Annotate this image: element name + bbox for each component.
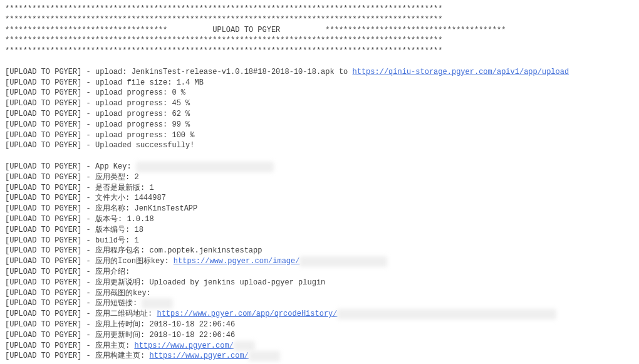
log-text: build号: 1 bbox=[95, 236, 139, 245]
redacted-build-home: . bbox=[249, 351, 280, 361]
qrcode-url-link[interactable]: https://www.pgyer.com/app/qrcodeHistory/ bbox=[157, 309, 337, 318]
log-text: 应用二维码地址: bbox=[95, 309, 157, 318]
log-text: upload progress: 99 % bbox=[95, 120, 190, 129]
log-text: 应用介绍: bbox=[95, 268, 130, 276]
log-text: upload: JenkinsTest-release-v1.0.18#18-2… bbox=[95, 68, 352, 76]
log-text: 应用类型: 2 bbox=[95, 173, 139, 182]
log-line: [UPLOAD TO PGYER] - 应用更新时间: 2018-10-18 2… bbox=[5, 330, 634, 341]
log-text: 版本编号: 18 bbox=[95, 226, 143, 234]
log-prefix: [UPLOAD TO PGYER] - bbox=[5, 99, 95, 108]
log-prefix: [UPLOAD TO PGYER] - bbox=[5, 309, 95, 318]
log-line: [UPLOAD TO PGYER] - upload: JenkinsTest-… bbox=[5, 67, 634, 78]
log-prefix: [UPLOAD TO PGYER] - bbox=[5, 131, 95, 140]
log-prefix: [UPLOAD TO PGYER] - bbox=[5, 236, 95, 245]
log-line: [UPLOAD TO PGYER] - upload progress: 100… bbox=[5, 130, 634, 141]
log-line: [UPLOAD TO PGYER] - 应用主页: https://www.pg… bbox=[5, 341, 634, 351]
banner-row: ****************************************… bbox=[5, 46, 634, 56]
log-line: [UPLOAD TO PGYER] - upload progress: 0 % bbox=[5, 88, 634, 98]
app-home-url-link[interactable]: https://www.pgyer.com/ bbox=[134, 341, 233, 350]
banner-stars-left: ************************************ bbox=[5, 26, 167, 34]
log-prefix: [UPLOAD TO PGYER] - bbox=[5, 257, 95, 266]
log-text: upload progress: 100 % bbox=[95, 131, 194, 140]
banner-title: UPLOAD TO PGYER bbox=[212, 26, 280, 34]
log-text: 应用的Icon图标key: bbox=[95, 257, 174, 266]
upload-url-link[interactable]: https://qiniu-storage.pgyer.com/apiv1/ap… bbox=[353, 68, 569, 76]
log-prefix: [UPLOAD TO PGYER] - bbox=[5, 299, 95, 308]
log-prefix: [UPLOAD TO PGYER] - bbox=[5, 78, 95, 87]
blank-line bbox=[5, 151, 634, 162]
log-prefix: [UPLOAD TO PGYER] - bbox=[5, 162, 95, 171]
log-line: [UPLOAD TO PGYER] - 是否是最新版: 1 bbox=[5, 183, 634, 194]
log-text: upload progress: 0 % bbox=[95, 88, 185, 97]
log-text: 应用上传时间: 2018-10-18 22:06:46 bbox=[95, 320, 235, 329]
log-text: upload progress: 62 % bbox=[95, 110, 190, 118]
log-text: 应用程序包名: com.poptek.jenkinstestapp bbox=[95, 246, 262, 255]
log-prefix: [UPLOAD TO PGYER] - bbox=[5, 141, 95, 150]
log-text: 应用更新时间: 2018-10-18 22:06:46 bbox=[95, 331, 235, 340]
build-home-url-link[interactable]: https://www.pgyer.com/ bbox=[149, 351, 248, 360]
log-prefix: [UPLOAD TO PGYER] - bbox=[5, 68, 95, 76]
log-prefix: [UPLOAD TO PGYER] - bbox=[5, 110, 95, 118]
log-text: Uploaded successfully! bbox=[95, 141, 194, 150]
log-text: 应用短链接: bbox=[95, 299, 142, 308]
log-line: [UPLOAD TO PGYER] - 应用的Icon图标key: https:… bbox=[5, 256, 634, 267]
redacted-app-home: . bbox=[234, 341, 255, 351]
log-text: 应用主页: bbox=[95, 341, 134, 350]
log-line: [UPLOAD TO PGYER] - App Key: . bbox=[5, 162, 634, 172]
log-text: App Key: bbox=[95, 162, 136, 171]
log-text: 应用更新说明: Uploaded by jenkins upload-pgyer… bbox=[95, 278, 325, 287]
log-prefix: [UPLOAD TO PGYER] - bbox=[5, 278, 95, 287]
log-line: [UPLOAD TO PGYER] - 应用上传时间: 2018-10-18 2… bbox=[5, 320, 634, 330]
log-prefix: [UPLOAD TO PGYER] - bbox=[5, 88, 95, 97]
log-line: [UPLOAD TO PGYER] - 应用名称: JenKinsTestAPP bbox=[5, 204, 634, 214]
log-line: [UPLOAD TO PGYER] - 应用短链接: . bbox=[5, 298, 634, 309]
redacted-icon-key: . bbox=[299, 256, 387, 267]
console-output: ****************************************… bbox=[0, 0, 639, 364]
log-line: [UPLOAD TO PGYER] - 应用程序包名: com.poptek.j… bbox=[5, 246, 634, 256]
log-line: [UPLOAD TO PGYER] - 应用类型: 2 bbox=[5, 172, 634, 183]
log-line: [UPLOAD TO PGYER] - 应用介绍: bbox=[5, 267, 634, 278]
log-line: [UPLOAD TO PGYER] - 应用二维码地址: https://www… bbox=[5, 309, 634, 320]
log-prefix: [UPLOAD TO PGYER] - bbox=[5, 351, 95, 360]
banner-row: ****************************************… bbox=[5, 14, 634, 25]
log-prefix: [UPLOAD TO PGYER] - bbox=[5, 246, 95, 255]
log-prefix: [UPLOAD TO PGYER] - bbox=[5, 215, 95, 224]
log-text: 是否是最新版: 1 bbox=[95, 184, 154, 192]
log-text: 应用构建主页: bbox=[95, 351, 149, 360]
blank-line bbox=[5, 56, 634, 67]
log-prefix: [UPLOAD TO PGYER] - bbox=[5, 204, 95, 213]
banner-row: ****************************************… bbox=[5, 35, 634, 46]
icon-url-link[interactable]: https://www.pgyer.com/image/ bbox=[174, 257, 300, 266]
log-prefix: [UPLOAD TO PGYER] - bbox=[5, 194, 95, 202]
log-prefix: [UPLOAD TO PGYER] - bbox=[5, 173, 95, 182]
banner-stars-right: **************************************** bbox=[325, 26, 506, 34]
banner-title-row: ************************************ UPL… bbox=[5, 25, 634, 36]
log-text: 版本号: 1.0.18 bbox=[95, 215, 154, 224]
log-line: [UPLOAD TO PGYER] - Uploaded successfull… bbox=[5, 140, 634, 151]
log-line: [UPLOAD TO PGYER] - 应用更新说明: Uploaded by … bbox=[5, 278, 634, 288]
log-prefix: [UPLOAD TO PGYER] - bbox=[5, 120, 95, 129]
log-prefix: [UPLOAD TO PGYER] - bbox=[5, 226, 95, 234]
log-text: 文件大小: 1444987 bbox=[95, 194, 166, 202]
log-line: [UPLOAD TO PGYER] - 版本编号: 18 bbox=[5, 225, 634, 236]
log-line: [UPLOAD TO PGYER] - 版本号: 1.0.18 bbox=[5, 214, 634, 225]
log-line: [UPLOAD TO PGYER] - 应用截图的key: bbox=[5, 288, 634, 299]
log-line: [UPLOAD TO PGYER] - upload progress: 99 … bbox=[5, 120, 634, 130]
redacted-short-link: . bbox=[142, 298, 173, 309]
log-prefix: [UPLOAD TO PGYER] - bbox=[5, 320, 95, 329]
log-prefix: [UPLOAD TO PGYER] - bbox=[5, 331, 95, 340]
log-text: 应用名称: JenKinsTestAPP bbox=[95, 204, 197, 213]
log-text: 应用截图的key: bbox=[95, 289, 151, 298]
log-text: upload progress: 45 % bbox=[95, 99, 190, 108]
redacted-qrcode-id: . bbox=[337, 309, 556, 320]
redacted-app-key: . bbox=[136, 162, 274, 172]
banner-row: ****************************************… bbox=[5, 4, 634, 14]
log-text: upload file size: 1.4 MB bbox=[95, 78, 204, 87]
log-prefix: [UPLOAD TO PGYER] - bbox=[5, 289, 95, 298]
log-line: [UPLOAD TO PGYER] - upload progress: 62 … bbox=[5, 109, 634, 120]
log-line: [UPLOAD TO PGYER] - build号: 1 bbox=[5, 236, 634, 246]
log-prefix: [UPLOAD TO PGYER] - bbox=[5, 341, 95, 350]
log-line: [UPLOAD TO PGYER] - upload progress: 45 … bbox=[5, 98, 634, 109]
log-prefix: [UPLOAD TO PGYER] - bbox=[5, 268, 95, 276]
log-line: [UPLOAD TO PGYER] - 文件大小: 1444987 bbox=[5, 193, 634, 204]
